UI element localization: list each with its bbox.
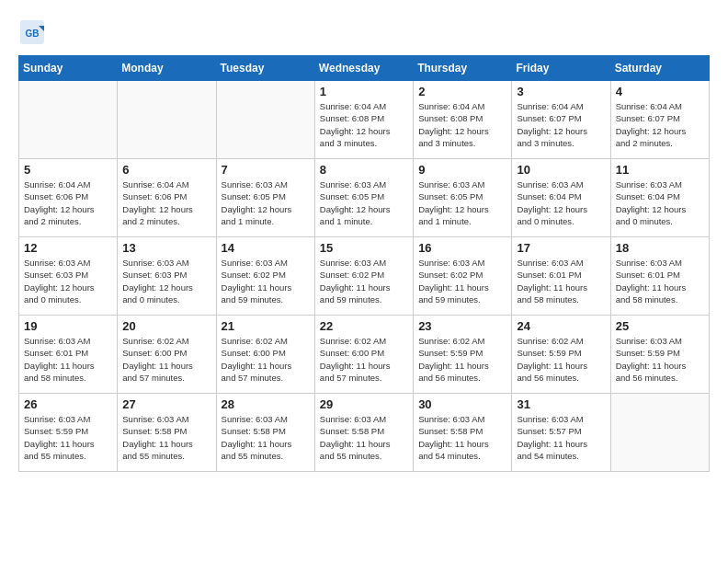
day-info: Sunrise: 6:03 AM Sunset: 6:01 PM Dayligh… xyxy=(24,335,112,384)
day-info: Sunrise: 6:04 AM Sunset: 6:06 PM Dayligh… xyxy=(122,178,210,227)
day-number: 13 xyxy=(122,241,210,255)
day-cell: 10Sunrise: 6:03 AM Sunset: 6:04 PM Dayli… xyxy=(512,159,610,237)
day-cell: 27Sunrise: 6:03 AM Sunset: 5:58 PM Dayli… xyxy=(118,394,216,472)
day-info: Sunrise: 6:02 AM Sunset: 6:00 PM Dayligh… xyxy=(222,335,310,384)
day-info: Sunrise: 6:03 AM Sunset: 6:04 PM Dayligh… xyxy=(616,178,704,227)
day-cell xyxy=(610,394,709,472)
day-number: 3 xyxy=(517,85,605,98)
day-number: 25 xyxy=(616,319,704,333)
day-number: 10 xyxy=(517,163,605,177)
day-info: Sunrise: 6:03 AM Sunset: 6:03 PM Dayligh… xyxy=(122,257,210,305)
day-number: 30 xyxy=(418,397,506,411)
day-number: 11 xyxy=(616,163,704,177)
day-number: 4 xyxy=(616,85,704,98)
day-cell xyxy=(216,81,314,159)
week-row-3: 12Sunrise: 6:03 AM Sunset: 6:03 PM Dayli… xyxy=(19,237,710,316)
day-number: 19 xyxy=(24,319,112,333)
day-info: Sunrise: 6:03 AM Sunset: 5:58 PM Dayligh… xyxy=(222,413,310,462)
week-row-2: 5Sunrise: 6:04 AM Sunset: 6:06 PM Daylig… xyxy=(19,159,710,237)
day-cell: 7Sunrise: 6:03 AM Sunset: 6:05 PM Daylig… xyxy=(216,159,314,237)
day-number: 22 xyxy=(320,319,408,333)
day-number: 28 xyxy=(222,397,310,411)
day-number: 7 xyxy=(222,163,310,177)
day-cell: 3Sunrise: 6:04 AM Sunset: 6:07 PM Daylig… xyxy=(512,81,610,159)
logo: GB xyxy=(18,18,50,46)
day-cell: 4Sunrise: 6:04 AM Sunset: 6:07 PM Daylig… xyxy=(610,81,709,159)
day-cell: 22Sunrise: 6:02 AM Sunset: 6:00 PM Dayli… xyxy=(314,316,413,394)
day-info: Sunrise: 6:03 AM Sunset: 6:05 PM Dayligh… xyxy=(418,178,506,227)
day-cell: 24Sunrise: 6:02 AM Sunset: 5:59 PM Dayli… xyxy=(512,316,610,394)
day-info: Sunrise: 6:02 AM Sunset: 6:00 PM Dayligh… xyxy=(320,335,408,384)
day-cell: 5Sunrise: 6:04 AM Sunset: 6:06 PM Daylig… xyxy=(19,159,118,237)
day-cell: 8Sunrise: 6:03 AM Sunset: 6:05 PM Daylig… xyxy=(314,159,413,237)
day-cell: 26Sunrise: 6:03 AM Sunset: 5:59 PM Dayli… xyxy=(19,394,118,472)
day-number: 29 xyxy=(320,397,408,411)
day-number: 27 xyxy=(122,397,210,411)
day-number: 23 xyxy=(418,319,506,333)
day-number: 14 xyxy=(222,241,310,255)
weekday-header-sunday: Sunday xyxy=(19,56,118,81)
day-info: Sunrise: 6:03 AM Sunset: 6:05 PM Dayligh… xyxy=(222,178,310,227)
day-number: 21 xyxy=(222,319,310,333)
week-row-5: 26Sunrise: 6:03 AM Sunset: 5:59 PM Dayli… xyxy=(19,394,710,472)
svg-text:GB: GB xyxy=(26,29,40,39)
day-cell: 20Sunrise: 6:02 AM Sunset: 6:00 PM Dayli… xyxy=(118,316,216,394)
day-cell: 16Sunrise: 6:03 AM Sunset: 6:02 PM Dayli… xyxy=(414,237,512,316)
day-info: Sunrise: 6:04 AM Sunset: 6:08 PM Dayligh… xyxy=(320,100,408,149)
day-cell: 23Sunrise: 6:02 AM Sunset: 5:59 PM Dayli… xyxy=(414,316,512,394)
day-info: Sunrise: 6:02 AM Sunset: 6:00 PM Dayligh… xyxy=(122,335,210,384)
day-number: 15 xyxy=(320,241,408,255)
day-info: Sunrise: 6:04 AM Sunset: 6:06 PM Dayligh… xyxy=(24,178,112,227)
day-number: 9 xyxy=(418,163,506,177)
day-info: Sunrise: 6:02 AM Sunset: 5:59 PM Dayligh… xyxy=(418,335,506,384)
week-row-4: 19Sunrise: 6:03 AM Sunset: 6:01 PM Dayli… xyxy=(19,316,710,394)
day-cell: 30Sunrise: 6:03 AM Sunset: 5:58 PM Dayli… xyxy=(414,394,512,472)
day-cell: 9Sunrise: 6:03 AM Sunset: 6:05 PM Daylig… xyxy=(414,159,512,237)
weekday-header-row: SundayMondayTuesdayWednesdayThursdayFrid… xyxy=(19,56,710,81)
day-info: Sunrise: 6:03 AM Sunset: 6:02 PM Dayligh… xyxy=(222,257,310,305)
weekday-header-saturday: Saturday xyxy=(610,56,709,81)
day-cell: 18Sunrise: 6:03 AM Sunset: 6:01 PM Dayli… xyxy=(610,237,709,316)
day-info: Sunrise: 6:03 AM Sunset: 5:58 PM Dayligh… xyxy=(320,413,408,462)
day-info: Sunrise: 6:03 AM Sunset: 5:58 PM Dayligh… xyxy=(418,413,506,462)
weekday-header-thursday: Thursday xyxy=(414,56,512,81)
day-number: 20 xyxy=(122,319,210,333)
day-cell: 28Sunrise: 6:03 AM Sunset: 5:58 PM Dayli… xyxy=(216,394,314,472)
week-row-1: 1Sunrise: 6:04 AM Sunset: 6:08 PM Daylig… xyxy=(19,81,710,159)
day-cell: 31Sunrise: 6:03 AM Sunset: 5:57 PM Dayli… xyxy=(512,394,610,472)
day-number: 31 xyxy=(517,397,605,411)
day-info: Sunrise: 6:03 AM Sunset: 6:02 PM Dayligh… xyxy=(418,257,506,305)
day-info: Sunrise: 6:03 AM Sunset: 5:57 PM Dayligh… xyxy=(517,413,605,462)
day-number: 24 xyxy=(517,319,605,333)
day-number: 6 xyxy=(122,163,210,177)
day-number: 18 xyxy=(616,241,704,255)
day-cell xyxy=(19,81,118,159)
day-number: 5 xyxy=(24,163,112,177)
day-number: 17 xyxy=(517,241,605,255)
day-cell: 1Sunrise: 6:04 AM Sunset: 6:08 PM Daylig… xyxy=(314,81,413,159)
day-number: 1 xyxy=(320,85,408,98)
day-info: Sunrise: 6:03 AM Sunset: 6:05 PM Dayligh… xyxy=(320,178,408,227)
day-cell: 2Sunrise: 6:04 AM Sunset: 6:08 PM Daylig… xyxy=(414,81,512,159)
day-cell: 17Sunrise: 6:03 AM Sunset: 6:01 PM Dayli… xyxy=(512,237,610,316)
day-number: 12 xyxy=(24,241,112,255)
day-number: 16 xyxy=(418,241,506,255)
day-cell: 25Sunrise: 6:03 AM Sunset: 5:59 PM Dayli… xyxy=(610,316,709,394)
day-number: 26 xyxy=(24,397,112,411)
day-number: 2 xyxy=(418,85,506,98)
day-info: Sunrise: 6:03 AM Sunset: 5:59 PM Dayligh… xyxy=(616,335,704,384)
day-info: Sunrise: 6:03 AM Sunset: 6:04 PM Dayligh… xyxy=(517,178,605,227)
day-info: Sunrise: 6:03 AM Sunset: 6:02 PM Dayligh… xyxy=(320,257,408,305)
day-info: Sunrise: 6:04 AM Sunset: 6:08 PM Dayligh… xyxy=(418,100,506,149)
day-cell: 19Sunrise: 6:03 AM Sunset: 6:01 PM Dayli… xyxy=(19,316,118,394)
calendar-table: SundayMondayTuesdayWednesdayThursdayFrid… xyxy=(18,55,710,472)
day-info: Sunrise: 6:03 AM Sunset: 5:59 PM Dayligh… xyxy=(24,413,112,462)
day-info: Sunrise: 6:02 AM Sunset: 5:59 PM Dayligh… xyxy=(517,335,605,384)
weekday-header-tuesday: Tuesday xyxy=(216,56,314,81)
logo-icon: GB xyxy=(18,18,46,46)
day-cell: 6Sunrise: 6:04 AM Sunset: 6:06 PM Daylig… xyxy=(118,159,216,237)
day-cell: 14Sunrise: 6:03 AM Sunset: 6:02 PM Dayli… xyxy=(216,237,314,316)
weekday-header-wednesday: Wednesday xyxy=(314,56,413,81)
day-number: 8 xyxy=(320,163,408,177)
day-cell: 11Sunrise: 6:03 AM Sunset: 6:04 PM Dayli… xyxy=(610,159,709,237)
